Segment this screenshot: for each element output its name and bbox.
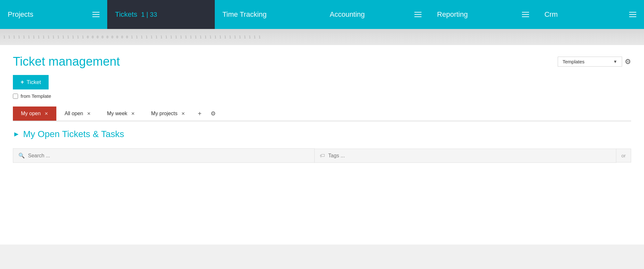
tickets-badge: 1 | 33 bbox=[141, 11, 157, 18]
tab-my-week-close-icon[interactable]: ✕ bbox=[131, 111, 135, 116]
from-template-label[interactable]: from Template bbox=[21, 93, 51, 99]
tab-all-open-close-icon[interactable]: ✕ bbox=[87, 111, 91, 116]
tags-input[interactable] bbox=[328, 153, 611, 159]
templates-gear-button[interactable]: ⚙ bbox=[625, 58, 631, 66]
add-tab-button[interactable]: + bbox=[193, 107, 206, 120]
tab-all-open[interactable]: All open ✕ bbox=[56, 107, 99, 121]
tab-my-open[interactable]: My open ✕ bbox=[13, 107, 56, 121]
tab-my-projects-label: My projects bbox=[151, 111, 177, 116]
nav-item-tickets[interactable]: Tickets 1 | 33 bbox=[107, 0, 214, 29]
tabs-row: My open ✕ All open ✕ My week ✕ My projec… bbox=[13, 107, 631, 121]
tab-my-projects-close-icon[interactable]: ✕ bbox=[181, 111, 185, 116]
crm-menu-icon[interactable] bbox=[629, 12, 636, 17]
plus-icon: + bbox=[21, 79, 24, 86]
tab-my-week-label: My week bbox=[107, 111, 127, 116]
templates-chevron-icon: ▼ bbox=[613, 59, 617, 64]
tab-my-open-close-icon[interactable]: ✕ bbox=[44, 111, 48, 116]
templates-label: Templates bbox=[563, 59, 584, 64]
from-template-row: from Template bbox=[13, 93, 631, 99]
tab-all-open-label: All open bbox=[64, 111, 83, 116]
accounting-label: Accounting bbox=[330, 10, 365, 19]
nav-item-projects[interactable]: Projects bbox=[0, 0, 107, 29]
tag-icon: 🏷 bbox=[320, 153, 325, 159]
search-tags-row: 🔍 🏷 or bbox=[13, 148, 631, 163]
header-row: Ticket management Templates ▼ ⚙ bbox=[13, 55, 631, 69]
search-icon: 🔍 bbox=[18, 153, 25, 159]
section-chevron-icon: ► bbox=[13, 130, 20, 138]
add-ticket-button[interactable]: + Ticket bbox=[13, 75, 49, 89]
nav-item-time-tracking[interactable]: Time Tracking bbox=[215, 0, 322, 29]
projects-menu-icon[interactable] bbox=[92, 12, 99, 17]
main-content: Ticket management Templates ▼ ⚙ + Ticket… bbox=[0, 45, 644, 245]
binary-pattern-bar: 1 1 1 1 1 1 1 1 1 1 1 1 1 1 1 1 1 0 0 0 … bbox=[0, 29, 644, 45]
crm-label: Crm bbox=[545, 10, 558, 19]
accounting-menu-icon[interactable] bbox=[414, 12, 421, 17]
add-ticket-label: Ticket bbox=[27, 79, 41, 86]
search-box: 🔍 bbox=[13, 148, 315, 163]
reporting-menu-icon[interactable] bbox=[522, 12, 529, 17]
tickets-label: Tickets bbox=[115, 10, 137, 19]
section-heading[interactable]: ► My Open Tickets & Tasks bbox=[13, 129, 631, 139]
nav-item-reporting[interactable]: Reporting bbox=[429, 0, 536, 29]
section-heading-text: My Open Tickets & Tasks bbox=[23, 129, 124, 139]
nav-item-crm[interactable]: Crm bbox=[537, 0, 644, 29]
projects-label: Projects bbox=[8, 10, 33, 19]
search-input[interactable] bbox=[28, 153, 309, 159]
tab-my-open-label: My open bbox=[21, 111, 41, 116]
reporting-label: Reporting bbox=[437, 10, 468, 19]
tags-box: 🏷 bbox=[315, 149, 616, 163]
templates-control: Templates ▼ ⚙ bbox=[558, 57, 631, 67]
top-navigation: Projects Tickets 1 | 33 Time Tracking Ac… bbox=[0, 0, 644, 29]
nav-item-accounting[interactable]: Accounting bbox=[322, 0, 429, 29]
tab-my-week[interactable]: My week ✕ bbox=[99, 107, 143, 121]
or-label: or bbox=[616, 149, 631, 162]
from-template-checkbox[interactable] bbox=[13, 94, 18, 99]
tabs-gear-button[interactable]: ⚙ bbox=[206, 107, 220, 120]
templates-dropdown[interactable]: Templates ▼ bbox=[558, 57, 622, 67]
page-title: Ticket management bbox=[13, 55, 120, 69]
tab-my-projects[interactable]: My projects ✕ bbox=[143, 107, 193, 121]
time-tracking-label: Time Tracking bbox=[223, 10, 267, 19]
